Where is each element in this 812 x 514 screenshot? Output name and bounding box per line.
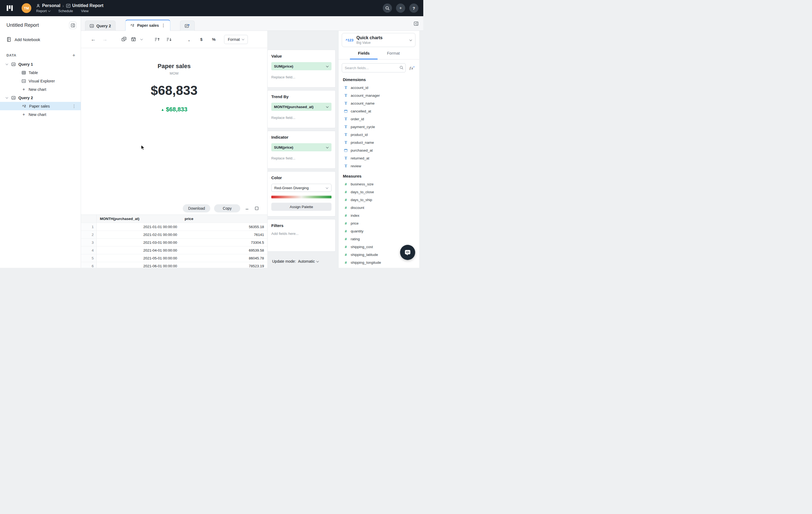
menu-view[interactable]: View [81,9,89,13]
sidebar-item-table[interactable]: Table [0,69,81,77]
help-button[interactable]: ? [409,3,418,13]
number-type-icon [343,190,348,194]
field-item[interactable]: discount [339,204,419,212]
field-item[interactable]: rating [339,235,419,243]
field-options-chevron[interactable] [141,38,143,40]
replace-field-dropzone[interactable]: Replace field... [271,156,331,160]
tab-paper-sales[interactable]: ^2 Paper sales ⋮ [125,20,170,31]
field-item[interactable]: quantity [339,227,419,235]
date-type-icon [344,149,347,152]
field-item[interactable]: order_id [339,115,419,123]
chevron-down-icon [316,260,319,263]
redo-arrow-button[interactable]: → [102,36,108,43]
field-item[interactable]: account_manager [339,91,419,100]
sidebar-item-query-1[interactable]: Query 1 [0,60,81,69]
chat-bubble-icon [404,249,411,256]
sidebar-item-new-chart-query2[interactable]: + New chart [0,110,81,119]
chevron-down-icon [326,64,329,67]
workspace-name: Personal [42,3,60,8]
workspace-crumb[interactable]: Personal [36,3,60,8]
field-item[interactable]: index [339,212,419,219]
tab-options-icon[interactable]: ⋮ [162,23,166,28]
percent-format-button[interactable]: % [211,37,216,42]
chevron-down-icon [326,186,328,189]
field-item[interactable]: business_size [339,180,419,188]
index-header [81,215,97,223]
month-column-header[interactable]: MONTH(purchased_at) [97,217,180,221]
field-item[interactable]: purchased_at [339,146,419,154]
app-logo-icon[interactable] [5,4,14,12]
palette-select[interactable]: Red-Green Diverging [271,184,331,192]
field-item[interactable]: returned_at [339,154,419,162]
chevron-down-icon [326,146,329,148]
update-mode-label: Update mode: [272,259,296,264]
add-notebook-button[interactable]: Add Notebook [0,37,81,42]
indicator-section: Indicator SUM(price) Replace field... [267,131,336,169]
sidebar-item-visual-explorer[interactable]: Visual Explorer [0,77,81,85]
search-icon [400,66,404,71]
menu-schedule[interactable]: Schedule [58,9,73,13]
price-column-header[interactable]: price [180,217,267,221]
trend-by-field-pill[interactable]: MONTH(purchased_at) [271,103,331,111]
comma-format-button[interactable]: , [186,37,192,42]
field-item[interactable]: payment_cycle [339,123,419,131]
big-value: $68,833 [81,83,267,98]
field-item[interactable]: days_to_ship [339,196,419,204]
chevron-down-icon [48,9,51,12]
search-button[interactable] [383,3,392,13]
left-sidebar: Untitled Report Add Notebook DATA + Quer… [0,16,81,268]
sidebar-item-paper-sales[interactable]: ^2 Paper sales ⋮ [0,102,81,110]
sort-descending-icon[interactable] [166,37,172,42]
copy-button[interactable]: Copy [214,204,240,212]
number-type-icon [343,253,348,257]
avatar[interactable]: TM [22,3,31,13]
undo-arrow-button[interactable]: ← [91,36,96,43]
tab-fields[interactable]: Fields [358,47,370,59]
collapse-results-icon[interactable] [244,206,250,211]
logo-glyph [6,4,13,12]
replace-field-dropzone[interactable]: Replace field... [271,116,331,120]
download-button[interactable]: Download [183,204,210,212]
currency-format-button[interactable]: $ [199,37,204,42]
field-item[interactable]: cancelled_at [339,107,419,115]
add-query-button[interactable]: + [72,53,75,58]
new-chart-tab-button[interactable] [180,21,195,31]
collapse-sidebar-button[interactable] [69,22,77,29]
update-mode-dropdown[interactable]: Automatic [298,259,319,264]
quick-charts-dropdown[interactable]: ^123 Quick charts Big Value [342,33,415,47]
report-crumb[interactable]: Untitled Report [66,3,104,8]
section-title: Indicator [271,135,331,139]
sidebar-report-title: Untitled Report [6,22,39,28]
field-item[interactable]: product_name [339,139,419,146]
assign-palette-button[interactable]: Assign Palette [271,203,331,211]
field-item[interactable]: price [339,219,419,227]
update-mode-row: Update mode: Automatic [267,255,336,268]
sidebar-item-query-2[interactable]: Query 2 [0,93,81,102]
breadcrumb-block: Personal › Untitled Report Report Schedu… [36,3,104,13]
tab-query-2[interactable]: Query 2 [85,21,116,31]
tab-format[interactable]: Format [387,47,400,59]
chat-widget-button[interactable] [400,245,415,260]
collapse-left-icon [71,23,75,28]
menu-report[interactable]: Report [36,9,50,13]
duplicate-field-icon[interactable] [121,37,127,42]
field-item[interactable]: product_id [339,131,419,139]
field-item[interactable]: review [339,162,419,170]
add-button[interactable]: + [396,3,405,13]
collapse-right-panel-button[interactable] [414,22,418,27]
sidebar-item-new-chart-query1[interactable]: + New chart [0,85,81,93]
format-dropdown-button[interactable]: Format [224,35,248,44]
more-options-icon[interactable]: ⋮ [72,104,81,109]
field-item[interactable]: account_name [339,100,419,107]
indicator-field-pill[interactable]: SUM(price) [271,143,331,151]
sort-ascending-icon[interactable] [154,37,160,42]
expand-results-icon[interactable] [254,206,260,211]
field-item[interactable]: days_to_close [339,188,419,196]
filters-dropzone[interactable]: Add fields here... [271,232,331,236]
search-fields-input[interactable] [342,63,406,73]
replace-field-dropzone[interactable]: Replace field... [271,75,331,79]
field-item[interactable]: account_id [339,84,419,91]
clear-date-field-icon[interactable] [131,37,136,42]
add-formula-field-button[interactable]: ƒx+ [408,65,415,71]
value-field-pill[interactable]: SUM(price) [271,62,331,70]
